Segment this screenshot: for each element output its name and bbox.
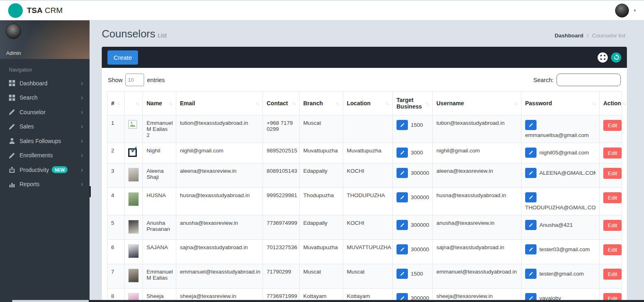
cell-target-business: 3000 bbox=[393, 143, 433, 163]
search-label: Search: bbox=[533, 77, 554, 83]
brand[interactable]: TSA CRM bbox=[0, 3, 63, 18]
pencil-edit-button[interactable] bbox=[396, 220, 408, 230]
cell-branch: Muscat bbox=[300, 264, 343, 289]
cell-target-business: 1500 bbox=[393, 115, 433, 143]
edit-button[interactable]: Edit bbox=[603, 120, 622, 131]
cell-number: 5 bbox=[107, 215, 125, 240]
sort-icon: ↑↓ bbox=[136, 101, 139, 106]
column-header-location[interactable]: Location↑↓ bbox=[343, 91, 393, 115]
cell-branch: Muscat bbox=[300, 115, 343, 143]
edit-button[interactable]: Edit bbox=[603, 168, 622, 179]
user-avatar[interactable] bbox=[615, 4, 629, 17]
cell-name: HUSNA bbox=[143, 188, 176, 215]
cell-password: nighil05@gmail.com bbox=[521, 143, 600, 163]
pencil-edit-button[interactable] bbox=[396, 168, 408, 178]
edit-button[interactable]: Edit bbox=[603, 192, 622, 203]
sidebar-item-sales[interactable]: Sales› bbox=[0, 119, 90, 134]
refresh-button[interactable] bbox=[611, 52, 621, 63]
cell-contact: 8089105143 bbox=[263, 163, 300, 188]
sidebar-item-label: Productivity bbox=[20, 167, 49, 173]
column-header-contact[interactable]: Contact↑↓ bbox=[263, 91, 300, 115]
pencil-edit-button[interactable] bbox=[525, 192, 537, 202]
sort-icon: ↑↓ bbox=[117, 101, 121, 106]
cell-action: Edit bbox=[600, 115, 622, 143]
target-value: 300000 bbox=[411, 170, 429, 176]
sidebar-item-productivity[interactable]: ProductivityNEW› bbox=[0, 163, 90, 177]
counselor-photo bbox=[128, 269, 139, 282]
cell-location: Muscat bbox=[343, 264, 393, 289]
cell-password: THODUPUZHA@GMAIL.COM bbox=[521, 188, 600, 215]
column-header-password[interactable]: Password↑↓ bbox=[521, 91, 600, 115]
cell-password: tester03@gmail.com bbox=[521, 240, 600, 264]
breadcrumb-dashboard-link[interactable]: Dashboard bbox=[554, 33, 583, 39]
pencil-edit-button[interactable] bbox=[525, 120, 537, 130]
pencil-edit-button[interactable] bbox=[525, 148, 537, 158]
cell-email: aleena@texasreview.in bbox=[176, 163, 263, 188]
pencil-edit-button[interactable] bbox=[525, 220, 537, 230]
sidebar-profile: Admin bbox=[0, 20, 90, 59]
fullscreen-icon bbox=[600, 55, 605, 60]
pencil-edit-button[interactable] bbox=[396, 192, 408, 202]
sidebar-scrollbar-thumb[interactable] bbox=[90, 186, 91, 197]
profile-avatar[interactable] bbox=[6, 24, 21, 39]
sidebar-item-dashboard[interactable]: Dashboard› bbox=[0, 76, 90, 91]
password-value: tester@gmail.com bbox=[539, 271, 584, 277]
sidebar-item-search[interactable]: Search› bbox=[0, 91, 90, 105]
cell-email: nighil@gmail.com bbox=[176, 143, 263, 163]
chevron-right-icon: › bbox=[81, 181, 83, 187]
column-header-action[interactable]: Action↑↓ bbox=[600, 91, 622, 115]
password-value: tester03@gmail.com bbox=[539, 246, 590, 252]
caret-down-icon[interactable]: ▼ bbox=[633, 9, 637, 13]
user-icon bbox=[9, 138, 15, 144]
sidebar-item-label: Sales Followups bbox=[20, 138, 61, 144]
broken-image-icon bbox=[128, 120, 137, 130]
password-value: ALEENA@GMAIL.COM bbox=[539, 170, 596, 176]
pencil-edit-button[interactable] bbox=[525, 269, 537, 279]
scrollbar-thumb[interactable] bbox=[12, 300, 89, 302]
pencil-edit-button[interactable] bbox=[525, 168, 537, 178]
sidebar-item-counselor[interactable]: Counselor› bbox=[0, 105, 90, 119]
pencil-edit-button[interactable] bbox=[525, 244, 537, 254]
page-subtitle: List bbox=[158, 32, 167, 39]
cell-number: 2 bbox=[107, 143, 125, 163]
grid-icon bbox=[9, 80, 15, 86]
column-header-username[interactable]: Username↑↓ bbox=[433, 91, 521, 115]
page-size-select[interactable]: 10 bbox=[125, 74, 144, 86]
breadcrumb-current: Counselor list bbox=[592, 33, 625, 39]
pencil-edit-button[interactable] bbox=[396, 148, 408, 158]
fullscreen-button[interactable] bbox=[598, 52, 608, 63]
pencil-edit-button[interactable] bbox=[396, 120, 408, 130]
pencil-edit-button[interactable] bbox=[396, 269, 408, 279]
top-header: TSA CRM ▼ bbox=[0, 0, 644, 20]
horizontal-scrollbar[interactable] bbox=[0, 300, 644, 302]
sidebar-item-enrollements[interactable]: Enrollements› bbox=[0, 148, 90, 163]
search-input[interactable] bbox=[556, 74, 621, 86]
sort-icon: ↑↓ bbox=[169, 101, 173, 106]
edit-button[interactable]: Edit bbox=[603, 244, 622, 255]
cell-username: emmanuel@texasstudyabroad.in bbox=[433, 264, 521, 289]
column-header-name[interactable]: Name↑↓ bbox=[143, 91, 176, 115]
cell-email: sajna@texasstudyabroad.in bbox=[176, 240, 263, 264]
column-header-branch[interactable]: Branch↑↓ bbox=[300, 91, 343, 115]
cell-target-business: 300000 bbox=[393, 215, 433, 240]
nav-section-label: Navigation bbox=[0, 59, 90, 76]
table-row: 6SAJANAsajna@texasstudyabroad.in70123275… bbox=[107, 240, 622, 264]
sidebar-item-sales-followups[interactable]: Sales Followups› bbox=[0, 134, 90, 148]
cell-name: Emmanuel M Ealias 2 bbox=[143, 115, 176, 143]
column-header-target-business[interactable]: Target Business↑↓ bbox=[393, 91, 433, 115]
cell-username: husna@texasstudyabroad.in bbox=[433, 188, 521, 215]
edit-button[interactable]: Edit bbox=[603, 269, 622, 280]
sidebar-item-reports[interactable]: Reports› bbox=[0, 177, 90, 192]
edit-button[interactable]: Edit bbox=[603, 148, 622, 159]
cell-target-business: 300000 bbox=[393, 240, 433, 264]
pencil-edit-button[interactable] bbox=[396, 244, 408, 254]
edit-button[interactable]: Edit bbox=[603, 220, 622, 231]
cell-password: Anusha@421 bbox=[521, 215, 600, 240]
page-title-group: CounselorsList bbox=[102, 28, 166, 40]
column-header-image[interactable]: ↑↓ bbox=[125, 91, 143, 115]
create-button[interactable]: Create bbox=[107, 50, 138, 65]
target-value: 300000 bbox=[411, 246, 429, 252]
column-header-[interactable]: #↑↓ bbox=[107, 91, 125, 115]
column-header-email[interactable]: Email↑↓ bbox=[176, 91, 263, 115]
cell-branch: Muvattupuzha bbox=[300, 143, 343, 163]
